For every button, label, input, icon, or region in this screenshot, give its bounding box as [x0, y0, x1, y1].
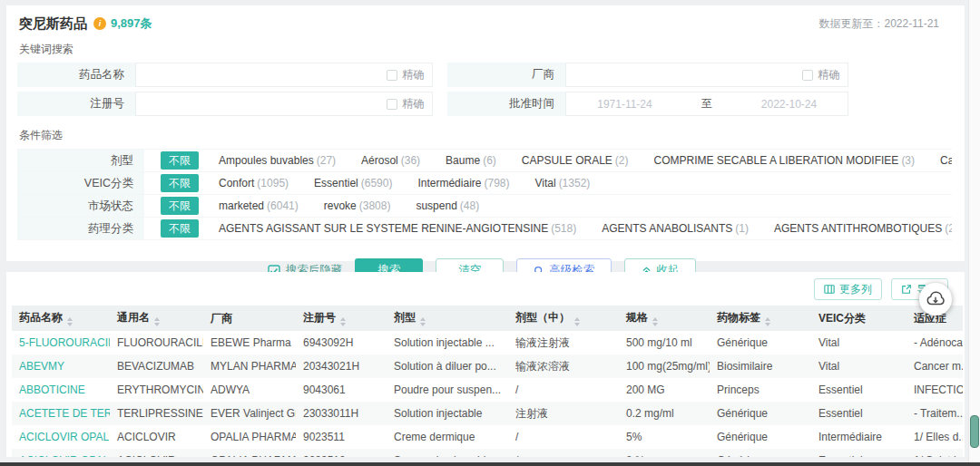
page-scrollbar[interactable] [968, 0, 980, 466]
filter-row-veic: VEIC分类 不限 Confort(1095) Essentiel(6590) … [17, 172, 952, 195]
data-updated-date: 2022-11-21 [885, 17, 940, 30]
filter-label: VEIC分类 [17, 172, 144, 194]
columns-icon [824, 284, 835, 295]
manufacturer-label: 厂商 [447, 63, 565, 87]
sort-icon [574, 317, 580, 326]
table-row: ABEVMY BEVACIZUMAB MYLAN PHARMACE... 203… [12, 354, 963, 378]
table-row: ACETETE DE TERLIP... TERLIPRESSINE EVER … [12, 402, 963, 425]
filter-option[interactable]: Vital(1352) [534, 177, 590, 189]
sort-icon [154, 317, 160, 326]
field-reg-number: 注册号 精确 [17, 92, 433, 116]
filter-option[interactable]: suspend(48) [416, 199, 479, 212]
manufacturer-input[interactable] [574, 69, 802, 82]
col-header-generic-name[interactable]: 通用名 [110, 306, 203, 331]
field-approval-date: 批准时间 1971-11-24 至 2022-10-24 [447, 92, 848, 116]
filter-option[interactable]: AGENTS ANTITHROMBOTIQUES(212) [774, 222, 952, 235]
filter-option[interactable]: COMPRIME SECABLE A LIBERATION MODIFIEE(3… [654, 154, 916, 167]
search-panel: 突尼斯药品 i 9,897条 数据更新至：2022-11-21 关键词搜索 药品… [6, 5, 965, 261]
col-header-reg-number[interactable]: 注册号 [296, 306, 387, 331]
reg-number-label: 注册号 [17, 92, 135, 116]
drug-name-label: 药品名称 [17, 63, 135, 87]
table-row: ACICLOVIR OPALIA ACICLOVIR OPALIA PHARMA… [12, 425, 963, 449]
drug-link[interactable]: ABEVMY [12, 354, 110, 378]
drug-name-input[interactable] [144, 69, 387, 82]
export-icon [901, 284, 912, 295]
scrollbar-thumb[interactable] [970, 415, 979, 448]
col-header-drug-tag[interactable]: 药物标签 [710, 306, 811, 331]
checkbox-icon[interactable] [387, 99, 397, 110]
filter-option[interactable]: AGENTS AGISSANT SUR LE SYSTEME RENINE-AN… [219, 222, 576, 235]
filter-option[interactable]: AGENTS ANABOLISANTS(1) [602, 222, 749, 235]
filters: 剂型 不限 Ampoules buvables(27) Aérosol(36) … [17, 149, 952, 240]
date-start-input[interactable]: 1971-11-24 [574, 98, 675, 111]
filter-all-chip[interactable]: 不限 [161, 174, 199, 192]
filter-section-label: 条件筛选 [12, 121, 952, 149]
col-header-dosage-form-cn[interactable]: 剂型（中） [508, 306, 619, 331]
results-table: 药品名称 通用名 厂商 注册号 剂型 剂型（中） 规格 药物标签 VEIC分类 … [12, 306, 963, 457]
filter-row-pharma-class: 药理分类 不限 AGENTS AGISSANT SUR LE SYSTEME R… [17, 218, 952, 240]
sort-icon [67, 317, 73, 326]
col-header-veic: VEIC分类 [811, 306, 906, 331]
filter-option[interactable]: Essentiel(6590) [314, 177, 392, 189]
cloud-download-icon[interactable] [919, 283, 952, 316]
table-header-row: 药品名称 通用名 厂商 注册号 剂型 剂型（中） 规格 药物标签 VEIC分类 … [12, 306, 963, 331]
filter-option[interactable]: marketed(6041) [219, 199, 299, 212]
filter-label: 药理分类 [17, 218, 144, 239]
filter-option[interactable]: Confort(1095) [219, 177, 289, 189]
filter-all-chip[interactable]: 不限 [161, 197, 199, 215]
table-row: 5-FLUOROURACILE ... FLUOROURACILE EBEWE … [12, 331, 963, 354]
keyword-search-label: 关键词搜索 [12, 34, 952, 63]
sort-icon [652, 317, 658, 326]
sort-icon [340, 317, 346, 326]
drug-link[interactable]: ACICLOVIR OPALIA [12, 449, 110, 457]
checkbox-icon[interactable] [802, 70, 813, 81]
filter-option[interactable]: Ampoules buvables(27) [219, 154, 336, 167]
drug-name-exact[interactable]: 精确 [387, 67, 424, 83]
filter-all-chip[interactable]: 不限 [161, 151, 199, 170]
more-columns-button[interactable]: 更多列 [814, 278, 882, 300]
page-title: 突尼斯药品 [19, 15, 87, 33]
search-form: 药品名称 精确 厂商 精确 注册号 [12, 63, 952, 121]
reg-number-exact[interactable]: 精确 [387, 96, 424, 112]
drug-link[interactable]: ACETETE DE TERLIP... [12, 402, 110, 425]
filter-row-market-status: 市场状态 不限 marketed(6041) revoke(3808) susp… [17, 195, 952, 218]
col-header-manufacturer: 厂商 [203, 306, 296, 331]
col-header-dosage-form[interactable]: 剂型 [387, 306, 508, 331]
page-header: 突尼斯药品 i 9,897条 数据更新至：2022-11-21 [12, 13, 952, 34]
filter-all-chip[interactable]: 不限 [161, 219, 199, 238]
result-count: 9,897条 [111, 15, 152, 32]
filter-option[interactable]: revoke(3808) [324, 199, 391, 212]
drug-link[interactable]: ABBOTICINE [12, 378, 110, 402]
filter-row-dosage-form: 剂型 不限 Ampoules buvables(27) Aérosol(36) … [17, 150, 952, 172]
drug-link[interactable]: ACICLOVIR OPALIA [12, 425, 110, 449]
table-toolbar: 更多列 导出 [6, 272, 965, 306]
filter-label: 市场状态 [17, 195, 144, 217]
col-header-drug-name[interactable]: 药品名称 [12, 306, 110, 331]
date-end-input[interactable]: 2022-10-24 [739, 98, 839, 111]
manufacturer-exact[interactable]: 精确 [802, 67, 839, 83]
filter-option[interactable]: Intermédiaire(798) [417, 177, 509, 189]
filter-option[interactable]: CAPSULE ORALE(2) [522, 154, 629, 167]
window-bottom-edge [0, 462, 980, 466]
field-drug-name: 药品名称 精确 [17, 63, 433, 87]
info-icon[interactable]: i [93, 17, 106, 30]
reg-number-input[interactable] [144, 98, 387, 111]
sort-icon [420, 317, 426, 326]
data-updated: 数据更新至：2022-11-21 [819, 16, 953, 32]
field-manufacturer: 厂商 精确 [447, 63, 848, 87]
filter-option[interactable]: Cachets(1) [940, 154, 952, 167]
filter-option[interactable]: Aérosol(36) [361, 154, 420, 167]
approval-date-label: 批准时间 [447, 92, 565, 116]
checkbox-icon[interactable] [387, 70, 397, 81]
table-row: ACICLOVIR OPALIA ACICLOVIR OPALIA PHARMA… [12, 449, 963, 457]
filter-option[interactable]: Baume(6) [446, 154, 496, 167]
data-updated-label: 数据更新至： [819, 17, 885, 30]
drug-link[interactable]: 5-FLUOROURACILE ... [12, 331, 110, 354]
date-separator: 至 [701, 96, 712, 112]
filter-label: 剂型 [17, 150, 144, 171]
table-row: ABBOTICINE ERYTHROMYCINE ADWYA 9043061 P… [12, 378, 963, 402]
col-header-spec[interactable]: 规格 [619, 306, 710, 331]
sort-icon [765, 317, 770, 326]
results-panel: 更多列 导出 药品名称 通用名 厂商 注册号 剂型 剂型（中） [6, 272, 965, 457]
